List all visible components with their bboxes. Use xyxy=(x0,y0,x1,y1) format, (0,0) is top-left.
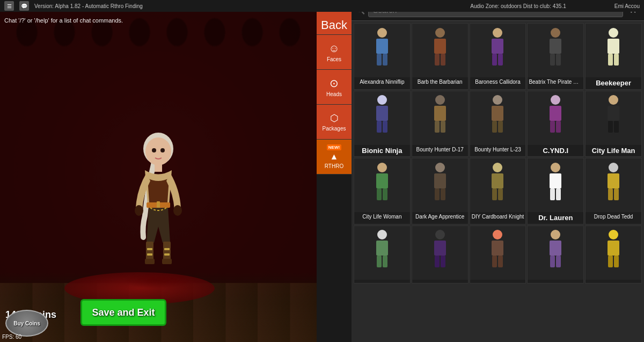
item-label-row4a xyxy=(354,280,410,283)
game-world: Chat '/?' or '/help' for a list of chat … xyxy=(0,0,317,342)
item-image-drlauren xyxy=(528,158,583,212)
grid-item-beekeeper[interactable]: Beekeeper xyxy=(585,23,642,90)
rthro-nav-button[interactable]: NEW! ▲ RTHRO xyxy=(317,140,352,174)
rthro-icon: ▲ xyxy=(330,152,339,162)
save-exit-button[interactable]: Save and Exit xyxy=(80,299,166,326)
item-image-diy xyxy=(470,158,526,212)
grid-item-row4d[interactable] xyxy=(527,225,584,283)
item-label-row4b xyxy=(412,280,468,283)
svg-point-16 xyxy=(173,205,182,216)
item-label-row4c xyxy=(470,280,526,283)
items-grid: Alexandra NinniflipBarb the BarbarianBar… xyxy=(354,23,642,283)
item-label-cyndi: C.YND.I xyxy=(528,145,583,157)
grid-item-darkage[interactable]: Dark Age Apprentice xyxy=(412,158,469,224)
grid-item-citylife[interactable]: City Life Man xyxy=(585,91,642,157)
item-label-citywoman: City Life Woman xyxy=(354,212,410,221)
item-label-dropdead: Drop Dead Tedd xyxy=(586,212,641,221)
svg-rect-13 xyxy=(164,248,170,250)
faces-label: Faces xyxy=(327,56,341,62)
rthro-label: RTHRO xyxy=(325,163,343,169)
svg-rect-11 xyxy=(147,248,152,250)
grid-item-bounty23[interactable]: Bounty Hunter L-23 xyxy=(470,91,526,157)
packages-icon: ⬡ xyxy=(330,112,339,124)
save-exit-label: Save and Exit xyxy=(92,307,155,318)
character-shadow xyxy=(121,272,196,288)
grid-item-bionic[interactable]: Bionic Ninja xyxy=(354,91,411,157)
account-text: Emi Accou xyxy=(614,3,640,9)
item-image-row4a xyxy=(354,226,410,280)
grid-item-beatrix[interactable]: Beatrix The Pirate Queen xyxy=(527,23,584,90)
chat-area: Chat '/?' or '/help' for a list of chat … xyxy=(0,13,279,27)
heads-nav-button[interactable]: ⊙ Heads xyxy=(317,70,352,105)
grid-item-diy[interactable]: DIY Cardboard Knight xyxy=(470,158,526,224)
version-text: Version: Alpha 1.82 - Automatic Rthro Fi… xyxy=(34,3,143,9)
grid-item-row4e[interactable] xyxy=(585,225,642,283)
svg-point-2 xyxy=(152,148,156,152)
faces-nav-button[interactable]: ☺ Faces xyxy=(317,35,352,70)
chat-icon[interactable]: 💬 xyxy=(19,1,29,11)
grid-item-row4c[interactable] xyxy=(470,225,526,283)
item-image-bionic xyxy=(354,91,410,145)
faces-icon: ☺ xyxy=(328,42,339,55)
new-badge: NEW! xyxy=(327,144,341,150)
item-image-bounty23 xyxy=(470,91,526,145)
item-label-bounty17: Bounty Hunter D-17 xyxy=(412,145,468,154)
packages-label: Packages xyxy=(323,126,346,132)
grid-item-alexandra[interactable]: Alexandra Ninniflip xyxy=(354,23,411,90)
item-label-diy: DIY Cardboard Knight xyxy=(470,212,526,221)
audio-zone-text: Audio Zone: outdoors Dist to club: 435.1 xyxy=(470,3,566,9)
svg-rect-12 xyxy=(147,253,152,256)
character-preview xyxy=(115,119,201,291)
content-area: 🔍 ✕ Alexandra NinniflipBarb the Barbaria… xyxy=(352,0,644,342)
sidebar-nav: ← Back ☺ Faces ⊙ Heads ⬡ Packages NEW! ▲… xyxy=(317,0,352,342)
item-image-row4d xyxy=(528,226,583,280)
packages-nav-button[interactable]: ⬡ Packages xyxy=(317,105,352,140)
grid-item-bounty17[interactable]: Bounty Hunter D-17 xyxy=(412,91,469,157)
item-label-barb: Barb the Barbarian xyxy=(412,77,468,86)
grid-item-baroness[interactable]: Baroness Callidora xyxy=(470,23,526,90)
heads-icon: ⊙ xyxy=(330,77,339,90)
grid-item-row4a[interactable] xyxy=(354,225,411,283)
item-image-row4b xyxy=(412,226,468,280)
svg-rect-10 xyxy=(162,259,172,264)
item-image-row4c xyxy=(470,226,526,280)
item-image-darkage xyxy=(412,158,468,212)
svg-rect-14 xyxy=(164,253,170,256)
item-image-row4e xyxy=(586,226,641,280)
item-label-bionic: Bionic Ninja xyxy=(354,145,410,157)
svg-point-15 xyxy=(135,205,143,216)
item-label-drlauren: Dr. Lauren xyxy=(528,212,583,224)
item-label-alexandra: Alexandra Ninniflip xyxy=(354,77,410,86)
grid-item-drlauren[interactable]: Dr. Lauren xyxy=(527,158,584,224)
svg-rect-6 xyxy=(157,201,160,209)
item-image-bounty17 xyxy=(412,91,468,145)
grid-item-barb[interactable]: Barb the Barbarian xyxy=(412,23,469,90)
item-image-cyndi xyxy=(528,91,583,145)
top-bar: ☰ 💬 Version: Alpha 1.82 - Automatic Rthr… xyxy=(0,0,644,12)
chat-hint: Chat '/?' or '/help' for a list of chat … xyxy=(4,17,123,24)
item-label-darkage: Dark Age Apprentice xyxy=(412,212,468,221)
item-image-citylife xyxy=(586,91,641,145)
item-image-baroness xyxy=(470,24,526,77)
item-label-beekeeper: Beekeeper xyxy=(586,77,641,89)
grid-item-dropdead[interactable]: Drop Dead Tedd xyxy=(585,158,642,224)
item-label-beatrix: Beatrix The Pirate Queen xyxy=(528,77,583,86)
item-label-row4e xyxy=(586,280,641,283)
items-grid-area: Alexandra NinniflipBarb the BarbarianBar… xyxy=(352,21,644,342)
grid-item-citywoman[interactable]: City Life Woman xyxy=(354,158,411,224)
grid-item-cyndi[interactable]: C.YND.I xyxy=(527,91,584,157)
buy-coins-label: Buy Coins xyxy=(13,321,40,326)
item-image-dropdead xyxy=(586,158,641,212)
item-image-beatrix xyxy=(528,24,583,77)
svg-rect-4 xyxy=(155,163,162,172)
buy-coins-button[interactable]: Buy Coins xyxy=(5,310,48,337)
item-image-citywoman xyxy=(354,158,410,212)
item-label-citylife: City Life Man xyxy=(586,145,641,157)
svg-point-1 xyxy=(145,137,171,165)
fps-counter: FPS: 60 xyxy=(2,334,21,340)
svg-rect-8 xyxy=(145,259,155,264)
menu-icon[interactable]: ☰ xyxy=(4,1,14,11)
item-image-alexandra xyxy=(354,24,410,77)
item-label-row4d xyxy=(528,280,583,283)
grid-item-row4b[interactable] xyxy=(412,225,469,283)
